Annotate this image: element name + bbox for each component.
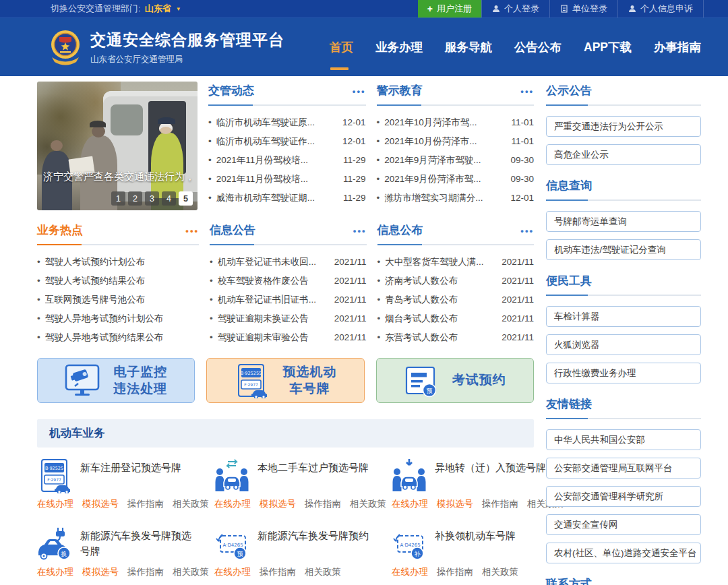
news-item[interactable]: 驾驶人考试预约结果公布	[37, 272, 199, 290]
service-title[interactable]: 异地转（迁）入预选号牌	[435, 458, 549, 493]
link-operation-guide[interactable]: 操作指南	[260, 566, 296, 578]
news-item[interactable]: 2021年9月菏泽市驾驶...09-30	[377, 151, 535, 170]
link-simulate-pick[interactable]: 模拟选号	[82, 498, 119, 510]
sidebar-link-button[interactable]: 严重交通违法行为公开公示	[546, 116, 701, 137]
link-related-policy[interactable]: 相关政策	[482, 566, 518, 578]
news-item[interactable]: 校车驾驶资格作废公告2021/11	[210, 272, 367, 290]
news-item[interactable]: 2021年11月份驾校培...11-29	[208, 151, 366, 170]
sidebar-link-button[interactable]: 交通安全宣传网	[546, 514, 701, 535]
personal-login-link[interactable]: 个人登录	[481, 0, 549, 18]
link-related-policy[interactable]: 相关政策	[173, 498, 209, 510]
link-operation-guide[interactable]: 操作指南	[482, 498, 518, 510]
news-item[interactable]: 驾驶证逾期未审验公告2021/11	[210, 328, 367, 347]
sidebar-link-button[interactable]: 公安部交通管理局互联网平台	[546, 458, 701, 479]
pager-dot-1[interactable]: 1	[111, 191, 125, 206]
sidebar-link-button[interactable]: 公安部交通管理科学研究所	[546, 486, 701, 507]
news-item[interactable]: 威海市机动车驾驶证期...11-29	[208, 189, 366, 208]
sidebar-link-button[interactable]: 行政性缴费业务办理	[546, 363, 701, 383]
pager-dot-2[interactable]: 2	[128, 191, 142, 206]
banner-preselect-plate[interactable]: B·925255 F·2977 预选机动 车号牌	[206, 358, 364, 403]
rule-accent	[546, 199, 588, 201]
link-online-handle[interactable]: 在线办理	[214, 566, 251, 578]
section-title: 信息公布	[377, 222, 423, 238]
link-online-handle[interactable]: 在线办理	[392, 498, 428, 510]
department-switcher[interactable]: 切换公安交通管理部门: 山东省 ▼	[0, 0, 181, 18]
link-simulate-pick[interactable]: 模拟选号	[260, 498, 296, 510]
pager-dot-4[interactable]: 4	[162, 191, 176, 206]
news-item[interactable]: 临沂市机动车驾驶证原...12-01	[208, 113, 366, 132]
news-carousel[interactable]: 济宁交警严查各类交通违法行为，... 1 2 3 4 5	[37, 82, 198, 210]
link-operation-guide[interactable]: 操作指南	[127, 498, 164, 510]
service-title[interactable]: 补换领机动车号牌	[435, 526, 549, 561]
nav-app-download[interactable]: APP下载	[584, 35, 632, 59]
link-related-policy[interactable]: 相关政策	[173, 566, 209, 578]
news-item[interactable]: 东营考试人数公布2021/11	[377, 328, 535, 347]
sidebar-section-public-notices: 公示公告 严重交通违法行为公开公示 高危企业公示	[546, 82, 701, 165]
news-item[interactable]: 驾驶人考试预约计划公布	[37, 253, 199, 272]
pager-dot-5[interactable]: 5	[179, 191, 193, 206]
nav-announcements[interactable]: 公告公布	[514, 35, 562, 59]
nav-business[interactable]: 业务办理	[375, 35, 423, 59]
link-simulate-pick[interactable]: 模拟选号	[82, 566, 119, 578]
nav-service-guide[interactable]: 服务导航	[445, 35, 492, 59]
region-value[interactable]: 山东省	[145, 3, 171, 15]
service-title[interactable]: 新能源汽车换发号牌预选号牌	[80, 526, 195, 561]
news-item[interactable]: 烟台考试人数公布2021/11	[377, 309, 535, 328]
news-item[interactable]: 2021年10月菏泽市驾...11-01	[377, 113, 535, 132]
more-button[interactable]: •••	[353, 226, 367, 236]
banner-surveillance-violation[interactable]: 电子监控 违法处理	[37, 358, 195, 403]
nav-home[interactable]: 首页	[330, 35, 353, 59]
link-online-handle[interactable]: 在线办理	[37, 566, 73, 578]
link-related-policy[interactable]: 相关政策	[305, 566, 341, 578]
news-item[interactable]: 2021年9月份菏泽市驾...09-30	[377, 170, 535, 189]
news-item[interactable]: 临沂市机动车驾驶证作...12-01	[208, 132, 366, 151]
news-item[interactable]: 大中型客货车驾驶人满...2021/11	[377, 253, 535, 272]
news-item[interactable]: 驾驶证逾期未换证公告2021/11	[210, 309, 367, 328]
news-item[interactable]: 驾驶人异地考试预约计划公布	[37, 309, 199, 328]
news-item[interactable]: 济南考试人数公布2021/11	[377, 272, 535, 290]
sidebar-link-button[interactable]: 号牌邮寄运单查询	[546, 211, 701, 232]
sidebar-link-button[interactable]: 车检计算器	[546, 306, 701, 327]
sidebar-link-button[interactable]: 中华人民共和国公安部	[546, 429, 701, 450]
plus-icon: +	[427, 3, 433, 14]
news-item[interactable]: 互联网预选号牌号池公布	[37, 290, 199, 309]
link-related-policy[interactable]: 相关政策	[350, 498, 386, 510]
service-title[interactable]: 本地二手车过户预选号牌	[257, 458, 372, 493]
license-plate-car-icon: B·92525 F·2977	[37, 458, 72, 493]
pager-dot-3[interactable]: 3	[145, 191, 159, 206]
register-button[interactable]: + 用户注册	[418, 0, 481, 18]
link-operation-guide[interactable]: 操作指南	[305, 498, 341, 510]
news-item[interactable]: 驾驶人异地考试预约结果公布	[37, 328, 199, 347]
news-item[interactable]: 机动车登记证书未收回...2021/11	[210, 253, 367, 272]
chevron-down-icon[interactable]: ▼	[176, 6, 181, 12]
vehicle-services-grid: B·92525 F·2977 新车注册登记预选号牌 在线办理 模拟选号 操作指南…	[37, 456, 534, 578]
sidebar-link-button[interactable]: 农村(社区、单位)道路交通安全平台	[546, 543, 701, 563]
link-online-handle[interactable]: 在线办理	[214, 498, 251, 510]
more-button[interactable]: •••	[520, 86, 534, 96]
link-operation-guide[interactable]: 操作指南	[127, 566, 164, 578]
news-item[interactable]: 青岛考试人数公布2021/11	[377, 290, 535, 309]
service-title[interactable]: 新车注册登记预选号牌	[80, 458, 195, 493]
news-item[interactable]: 潍坊市增驾实习期满分...12-01	[377, 189, 535, 208]
sidebar-link-button[interactable]: 机动车违法/驾驶证记分查询	[546, 239, 701, 260]
link-simulate-pick[interactable]: 模拟选号	[437, 498, 473, 510]
more-button[interactable]: •••	[353, 86, 366, 96]
carousel-caption[interactable]: 济宁交警严查各类交通违法行为，...	[43, 171, 193, 183]
left-column: 济宁交警严查各类交通违法行为，... 1 2 3 4 5 交管动态 ••• 临沂…	[37, 82, 534, 585]
sidebar-link-button[interactable]: 高危企业公示	[546, 144, 701, 165]
link-online-handle[interactable]: 在线办理	[37, 498, 73, 510]
news-item[interactable]: 机动车登记证书旧证书...2021/11	[210, 290, 367, 309]
link-operation-guide[interactable]: 操作指南	[437, 566, 473, 578]
service-title[interactable]: 新能源汽车换发号牌预约	[257, 526, 372, 561]
unit-login-link[interactable]: 单位登录	[549, 0, 617, 18]
section-title: 交管动态	[208, 83, 254, 98]
sidebar-link-button[interactable]: 火狐浏览器	[546, 334, 701, 355]
banner-exam-appointment[interactable]: 预 考试预约	[376, 358, 534, 403]
news-item[interactable]: 2021年10月份菏泽市...11-01	[377, 132, 535, 151]
news-item[interactable]: 2021年11月份驾校培...11-29	[208, 170, 366, 189]
nav-handling-guide[interactable]: 办事指南	[654, 35, 701, 59]
appeal-link[interactable]: 个人信息申诉	[617, 0, 704, 18]
link-online-handle[interactable]: 在线办理	[392, 566, 428, 578]
more-button[interactable]: •••	[185, 226, 199, 236]
more-button[interactable]: •••	[520, 226, 534, 236]
